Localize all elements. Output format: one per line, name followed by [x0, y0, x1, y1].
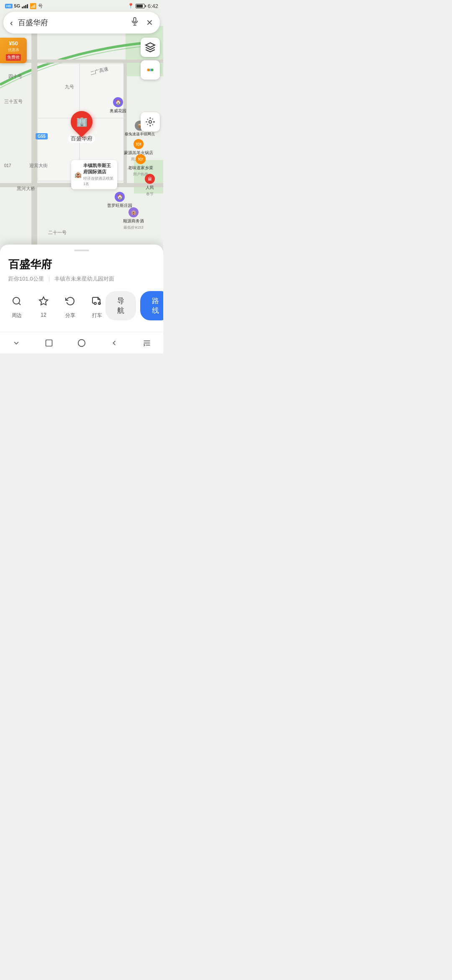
hotel-card-kaidisi[interactable]: 🏨 丰镇凯帝斯王府国际酒店 经济连锁酒店榜第1名 — [71, 160, 117, 189]
road-label-35: 三十五号 — [4, 98, 23, 105]
taxi-label: 打车 — [92, 312, 102, 319]
search-bar: ‹ 百盛华府 ✕ — [3, 12, 160, 34]
network-indicator: 5G — [14, 3, 21, 8]
road-label-yingbin: 迎宾大街 — [29, 162, 48, 169]
marker-pin: 🏢 — [66, 106, 97, 137]
nearby-icon — [8, 293, 25, 309]
map-mode-button[interactable] — [141, 60, 160, 80]
svg-point-24 — [146, 118, 154, 125]
road-label-9: 九号 — [65, 84, 74, 90]
svg-rect-0 — [134, 18, 136, 22]
nav-square[interactable] — [39, 333, 59, 353]
svg-rect-30 — [46, 340, 52, 346]
nav-menu[interactable] — [137, 333, 157, 353]
favorite-count: 12 — [41, 312, 46, 318]
my-location-button[interactable] — [141, 112, 160, 132]
map-area[interactable]: 四十号 九号 二广高速 三十五号 迎宾大街 黑河大桥 二十一号 高德地图 新营子… — [0, 0, 163, 245]
location-name: 百盛华府 — [8, 257, 155, 272]
action-taxi[interactable]: 打车 — [89, 293, 105, 319]
svg-point-23 — [149, 121, 152, 124]
nearby-label: 周边 — [12, 312, 22, 319]
svg-marker-27 — [39, 297, 48, 305]
main-buttons: 导航 路线 — [105, 291, 163, 320]
svg-point-28 — [94, 302, 96, 304]
location-icon: 📍 — [128, 3, 134, 9]
taxi-icon — [89, 293, 105, 309]
svg-point-31 — [78, 339, 85, 346]
action-share[interactable]: 分享 — [62, 293, 79, 319]
wifi-icon: 📶 — [30, 3, 36, 9]
back-button[interactable]: ‹ — [10, 18, 13, 28]
promo-banner[interactable]: ¥50 优惠券 免费抢 — [0, 38, 27, 63]
poi-puluowangsi[interactable]: 🏠 普罗旺斯庄园 — [107, 192, 132, 209]
promo-free: 免费抢 — [6, 54, 21, 61]
action-row: 周边 12 分享 — [8, 291, 155, 320]
nav-home[interactable] — [72, 333, 92, 353]
road-017: 017 — [4, 163, 11, 168]
svg-marker-19 — [146, 43, 155, 47]
voice-button[interactable] — [130, 17, 139, 28]
share-icon — [62, 293, 79, 309]
hotel-rank: 经济连锁酒店榜第1名 — [83, 176, 114, 187]
poi-renmin[interactable]: 🏛 人民 春节 — [145, 174, 155, 197]
signal-bars — [22, 3, 28, 8]
hd-badge: HD — [5, 4, 13, 8]
road-label-21: 二十一号 — [48, 230, 67, 236]
route-button[interactable]: 路线 — [140, 291, 163, 320]
marker-building-icon: 🏢 — [76, 116, 87, 127]
bottom-navigation — [0, 332, 163, 353]
address-text: 丰镇市未来星幼儿园对面 — [54, 275, 114, 283]
layers-button[interactable] — [141, 38, 160, 57]
svg-point-25 — [13, 297, 20, 304]
svg-point-22 — [149, 69, 152, 72]
share-label: 分享 — [65, 312, 75, 319]
action-items: 周边 12 分享 — [8, 293, 105, 319]
battery — [136, 4, 146, 8]
carrier-label: 号 — [38, 3, 43, 9]
nav-down[interactable] — [6, 333, 26, 353]
svg-rect-7 — [38, 64, 80, 118]
distance-text: 距你101.0公里 — [8, 275, 44, 283]
nav-back[interactable] — [104, 333, 124, 353]
action-nearby[interactable]: 周边 — [8, 293, 25, 319]
poi-aoweihuayuan[interactable]: 🏠 奥威花园 — [110, 97, 126, 114]
favorite-icon — [35, 293, 52, 309]
promo-sub: 优惠券 — [3, 47, 23, 53]
poi-shunyuan[interactable]: 🏨 顺源商务酒 最低价¥153 — [123, 207, 144, 230]
status-left: HD 5G 📶 号 — [5, 3, 43, 9]
g55-badge: G55 — [36, 132, 48, 139]
search-query[interactable]: 百盛华府 — [18, 18, 130, 28]
road-label-heihe: 黑河大桥 — [17, 186, 35, 192]
location-meta: 距你101.0公里 丰镇市未来星幼儿园对面 — [8, 275, 155, 283]
action-favorite[interactable]: 12 — [35, 293, 52, 319]
panel-handle — [74, 250, 89, 251]
promo-amount: ¥50 — [3, 40, 23, 46]
close-button[interactable]: ✕ — [146, 18, 153, 28]
hotel-name: 丰镇凯帝斯王府国际酒店 — [83, 162, 114, 175]
svg-point-29 — [98, 302, 100, 304]
status-right: 📍 6:42 — [128, 3, 158, 9]
time: 6:42 — [148, 3, 158, 9]
svg-line-26 — [19, 303, 21, 304]
location-marker[interactable]: 🏢 百盛华府 — [68, 111, 95, 143]
road-label-40: 四十号 — [8, 73, 22, 80]
navigate-button[interactable]: 导航 — [105, 291, 136, 320]
status-bar: HD 5G 📶 号 📍 6:42 — [0, 0, 163, 12]
